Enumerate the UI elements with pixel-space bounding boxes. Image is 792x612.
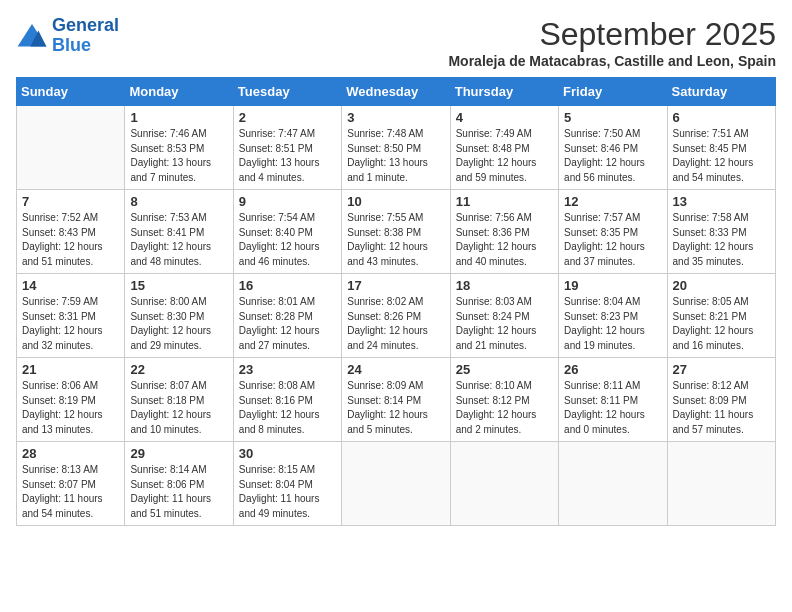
day-number: 1	[130, 110, 227, 125]
calendar-cell: 10Sunrise: 7:55 AM Sunset: 8:38 PM Dayli…	[342, 190, 450, 274]
day-number: 12	[564, 194, 661, 209]
logo: General Blue	[16, 16, 119, 56]
day-info: Sunrise: 8:13 AM Sunset: 8:07 PM Dayligh…	[22, 463, 119, 521]
day-number: 14	[22, 278, 119, 293]
day-header-wednesday: Wednesday	[342, 78, 450, 106]
day-number: 5	[564, 110, 661, 125]
calendar-cell: 27Sunrise: 8:12 AM Sunset: 8:09 PM Dayli…	[667, 358, 775, 442]
day-info: Sunrise: 8:09 AM Sunset: 8:14 PM Dayligh…	[347, 379, 444, 437]
calendar-cell: 14Sunrise: 7:59 AM Sunset: 8:31 PM Dayli…	[17, 274, 125, 358]
day-info: Sunrise: 7:53 AM Sunset: 8:41 PM Dayligh…	[130, 211, 227, 269]
day-header-friday: Friday	[559, 78, 667, 106]
day-info: Sunrise: 8:01 AM Sunset: 8:28 PM Dayligh…	[239, 295, 336, 353]
calendar-cell: 25Sunrise: 8:10 AM Sunset: 8:12 PM Dayli…	[450, 358, 558, 442]
day-number: 9	[239, 194, 336, 209]
day-header-sunday: Sunday	[17, 78, 125, 106]
day-number: 24	[347, 362, 444, 377]
calendar-cell: 17Sunrise: 8:02 AM Sunset: 8:26 PM Dayli…	[342, 274, 450, 358]
day-number: 20	[673, 278, 770, 293]
location-subtitle: Moraleja de Matacabras, Castille and Leo…	[448, 53, 776, 69]
calendar-cell: 5Sunrise: 7:50 AM Sunset: 8:46 PM Daylig…	[559, 106, 667, 190]
day-number: 21	[22, 362, 119, 377]
day-number: 7	[22, 194, 119, 209]
day-info: Sunrise: 7:48 AM Sunset: 8:50 PM Dayligh…	[347, 127, 444, 185]
calendar-week-row: 14Sunrise: 7:59 AM Sunset: 8:31 PM Dayli…	[17, 274, 776, 358]
day-info: Sunrise: 7:55 AM Sunset: 8:38 PM Dayligh…	[347, 211, 444, 269]
day-number: 19	[564, 278, 661, 293]
day-number: 22	[130, 362, 227, 377]
day-number: 6	[673, 110, 770, 125]
day-info: Sunrise: 8:04 AM Sunset: 8:23 PM Dayligh…	[564, 295, 661, 353]
calendar-cell: 2Sunrise: 7:47 AM Sunset: 8:51 PM Daylig…	[233, 106, 341, 190]
calendar-cell: 28Sunrise: 8:13 AM Sunset: 8:07 PM Dayli…	[17, 442, 125, 526]
day-info: Sunrise: 8:05 AM Sunset: 8:21 PM Dayligh…	[673, 295, 770, 353]
day-info: Sunrise: 8:10 AM Sunset: 8:12 PM Dayligh…	[456, 379, 553, 437]
logo-line2: Blue	[52, 35, 91, 55]
calendar-cell: 30Sunrise: 8:15 AM Sunset: 8:04 PM Dayli…	[233, 442, 341, 526]
calendar-cell: 29Sunrise: 8:14 AM Sunset: 8:06 PM Dayli…	[125, 442, 233, 526]
day-header-monday: Monday	[125, 78, 233, 106]
day-number: 25	[456, 362, 553, 377]
calendar-cell: 3Sunrise: 7:48 AM Sunset: 8:50 PM Daylig…	[342, 106, 450, 190]
logo-icon	[16, 22, 48, 50]
day-number: 8	[130, 194, 227, 209]
calendar-cell: 11Sunrise: 7:56 AM Sunset: 8:36 PM Dayli…	[450, 190, 558, 274]
day-info: Sunrise: 7:50 AM Sunset: 8:46 PM Dayligh…	[564, 127, 661, 185]
day-info: Sunrise: 7:58 AM Sunset: 8:33 PM Dayligh…	[673, 211, 770, 269]
calendar-cell: 23Sunrise: 8:08 AM Sunset: 8:16 PM Dayli…	[233, 358, 341, 442]
day-number: 2	[239, 110, 336, 125]
logo-text: General Blue	[52, 16, 119, 56]
day-info: Sunrise: 7:46 AM Sunset: 8:53 PM Dayligh…	[130, 127, 227, 185]
calendar-cell: 8Sunrise: 7:53 AM Sunset: 8:41 PM Daylig…	[125, 190, 233, 274]
month-title: September 2025	[448, 16, 776, 53]
day-info: Sunrise: 8:02 AM Sunset: 8:26 PM Dayligh…	[347, 295, 444, 353]
calendar-week-row: 7Sunrise: 7:52 AM Sunset: 8:43 PM Daylig…	[17, 190, 776, 274]
day-info: Sunrise: 7:47 AM Sunset: 8:51 PM Dayligh…	[239, 127, 336, 185]
day-header-tuesday: Tuesday	[233, 78, 341, 106]
calendar-header-row: SundayMondayTuesdayWednesdayThursdayFrid…	[17, 78, 776, 106]
day-number: 3	[347, 110, 444, 125]
calendar-cell: 24Sunrise: 8:09 AM Sunset: 8:14 PM Dayli…	[342, 358, 450, 442]
day-header-thursday: Thursday	[450, 78, 558, 106]
calendar-cell: 18Sunrise: 8:03 AM Sunset: 8:24 PM Dayli…	[450, 274, 558, 358]
day-info: Sunrise: 7:49 AM Sunset: 8:48 PM Dayligh…	[456, 127, 553, 185]
calendar-table: SundayMondayTuesdayWednesdayThursdayFrid…	[16, 77, 776, 526]
calendar-cell: 7Sunrise: 7:52 AM Sunset: 8:43 PM Daylig…	[17, 190, 125, 274]
day-number: 16	[239, 278, 336, 293]
calendar-cell: 6Sunrise: 7:51 AM Sunset: 8:45 PM Daylig…	[667, 106, 775, 190]
day-number: 27	[673, 362, 770, 377]
day-info: Sunrise: 8:00 AM Sunset: 8:30 PM Dayligh…	[130, 295, 227, 353]
calendar-cell	[342, 442, 450, 526]
day-number: 15	[130, 278, 227, 293]
calendar-cell	[667, 442, 775, 526]
day-number: 13	[673, 194, 770, 209]
calendar-cell: 1Sunrise: 7:46 AM Sunset: 8:53 PM Daylig…	[125, 106, 233, 190]
day-info: Sunrise: 7:56 AM Sunset: 8:36 PM Dayligh…	[456, 211, 553, 269]
day-info: Sunrise: 7:59 AM Sunset: 8:31 PM Dayligh…	[22, 295, 119, 353]
calendar-cell: 20Sunrise: 8:05 AM Sunset: 8:21 PM Dayli…	[667, 274, 775, 358]
day-info: Sunrise: 8:12 AM Sunset: 8:09 PM Dayligh…	[673, 379, 770, 437]
day-info: Sunrise: 8:15 AM Sunset: 8:04 PM Dayligh…	[239, 463, 336, 521]
day-info: Sunrise: 7:52 AM Sunset: 8:43 PM Dayligh…	[22, 211, 119, 269]
day-number: 26	[564, 362, 661, 377]
calendar-cell: 13Sunrise: 7:58 AM Sunset: 8:33 PM Dayli…	[667, 190, 775, 274]
day-number: 18	[456, 278, 553, 293]
calendar-cell: 15Sunrise: 8:00 AM Sunset: 8:30 PM Dayli…	[125, 274, 233, 358]
day-number: 29	[130, 446, 227, 461]
title-section: September 2025 Moraleja de Matacabras, C…	[448, 16, 776, 69]
calendar-cell	[17, 106, 125, 190]
calendar-week-row: 28Sunrise: 8:13 AM Sunset: 8:07 PM Dayli…	[17, 442, 776, 526]
day-number: 10	[347, 194, 444, 209]
calendar-cell: 26Sunrise: 8:11 AM Sunset: 8:11 PM Dayli…	[559, 358, 667, 442]
day-info: Sunrise: 8:03 AM Sunset: 8:24 PM Dayligh…	[456, 295, 553, 353]
page-header: General Blue September 2025 Moraleja de …	[16, 16, 776, 69]
day-info: Sunrise: 8:08 AM Sunset: 8:16 PM Dayligh…	[239, 379, 336, 437]
calendar-cell	[559, 442, 667, 526]
day-number: 28	[22, 446, 119, 461]
calendar-cell: 4Sunrise: 7:49 AM Sunset: 8:48 PM Daylig…	[450, 106, 558, 190]
day-info: Sunrise: 7:54 AM Sunset: 8:40 PM Dayligh…	[239, 211, 336, 269]
day-number: 23	[239, 362, 336, 377]
day-info: Sunrise: 7:51 AM Sunset: 8:45 PM Dayligh…	[673, 127, 770, 185]
calendar-cell: 19Sunrise: 8:04 AM Sunset: 8:23 PM Dayli…	[559, 274, 667, 358]
day-info: Sunrise: 7:57 AM Sunset: 8:35 PM Dayligh…	[564, 211, 661, 269]
